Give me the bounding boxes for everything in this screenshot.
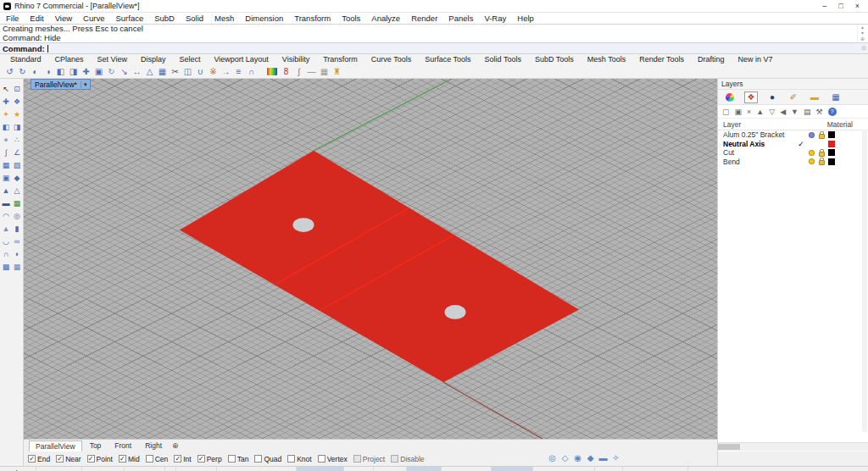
- curve-tool-icon[interactable]: ∫: [1, 146, 12, 158]
- sphere-tool-icon[interactable]: ●: [1, 133, 12, 146]
- unlock-tool-icon[interactable]: ◨: [12, 120, 23, 133]
- zoom-selected-icon[interactable]: ◇: [559, 452, 570, 463]
- bracket-surface[interactable]: [180, 151, 579, 382]
- show-all-icon[interactable]: ★: [12, 108, 23, 120]
- move-tool-icon[interactable]: ✚: [1, 95, 12, 108]
- layer-row-bend[interactable]: Bend: [718, 158, 868, 167]
- swap-hide-icon[interactable]: ✦: [1, 108, 12, 120]
- osnap-quad[interactable]: Quad: [254, 455, 281, 463]
- toolbar-tab-viewport-layout[interactable]: Viewport Layout: [207, 55, 275, 64]
- arc-tool-icon[interactable]: ◠: [1, 209, 12, 222]
- lock-objects-icon[interactable]: ◧: [54, 66, 67, 77]
- fillet-icon[interactable]: ∩: [245, 66, 258, 77]
- extend-icon[interactable]: →: [220, 66, 232, 77]
- status-y-2-064[interactable]: y -2.064: [82, 467, 125, 471]
- rotate-icon[interactable]: ↻: [105, 66, 118, 77]
- menu-panels[interactable]: Panels: [448, 14, 473, 23]
- layer-color-swatch[interactable]: [828, 141, 835, 147]
- find-layer-icon[interactable]: ▤: [804, 107, 811, 117]
- menu-mesh[interactable]: Mesh: [214, 14, 234, 23]
- layout-icon[interactable]: ♜: [331, 66, 343, 77]
- layers-tab-icon[interactable]: ❖: [744, 91, 758, 103]
- menu-tools[interactable]: Tools: [342, 14, 360, 23]
- toolbar-tab-render-tools[interactable]: Render Tools: [632, 55, 691, 64]
- menu-help[interactable]: Help: [517, 14, 534, 23]
- hatch-icon[interactable]: ▦: [318, 66, 331, 77]
- toolbar-tab-surface-tools[interactable]: Surface Tools: [418, 55, 477, 64]
- status-ortho[interactable]: Ortho: [344, 467, 375, 471]
- viewport-tab-top[interactable]: Top: [84, 441, 108, 451]
- menu-solid[interactable]: Solid: [186, 14, 203, 23]
- menu-transform[interactable]: Transform: [294, 14, 331, 23]
- redo-icon[interactable]: ↻: [16, 66, 29, 77]
- checkbox-mid[interactable]: ✓: [119, 455, 126, 463]
- surface-tool-icon[interactable]: ▦: [1, 158, 12, 171]
- twist-tool-icon[interactable]: ∞: [12, 235, 23, 247]
- toolbar-tab-drafting[interactable]: Drafting: [691, 55, 732, 64]
- pyramid-tool-icon[interactable]: △: [12, 184, 23, 197]
- viewport-tab-right[interactable]: Right: [139, 441, 168, 451]
- menu-edit[interactable]: Edit: [30, 14, 43, 23]
- copy-icon[interactable]: ▣: [92, 66, 105, 77]
- new-layer-icon[interactable]: ▢: [722, 107, 730, 117]
- mesh-plane-icon[interactable]: ▦: [12, 260, 23, 273]
- display-tab-icon[interactable]: ●: [765, 91, 779, 103]
- help-tab-icon[interactable]: ✐: [787, 91, 800, 103]
- menu-v-ray[interactable]: V-Ray: [484, 14, 506, 23]
- checkbox-int[interactable]: ✓: [174, 455, 181, 463]
- undo-icon[interactable]: ↺: [3, 66, 16, 77]
- dome-tool-icon[interactable]: ◗: [12, 247, 23, 260]
- command-options-icon[interactable]: ⊙: [861, 45, 866, 52]
- checkbox-cen[interactable]: [146, 455, 153, 463]
- polyline-tool-icon[interactable]: ∠: [12, 146, 23, 158]
- checkbox-tan[interactable]: [228, 455, 236, 463]
- toolbar-tab-subd-tools[interactable]: SubD Tools: [528, 55, 581, 64]
- help-icon[interactable]: ?: [828, 108, 837, 116]
- menu-dimension[interactable]: Dimension: [245, 14, 283, 23]
- layer-row-cut[interactable]: Cut: [718, 148, 868, 158]
- rotate-view-icon[interactable]: ◆: [585, 452, 596, 463]
- status-inches[interactable]: Inches: [176, 467, 217, 471]
- named-views-tab-icon[interactable]: ▦: [829, 91, 843, 103]
- terrain-tool-icon[interactable]: ▦: [12, 197, 23, 209]
- status-planar[interactable]: Planar: [374, 467, 407, 471]
- checkbox-perp[interactable]: ✓: [198, 455, 205, 463]
- flow-tool-icon[interactable]: ∩: [1, 247, 12, 260]
- menu-surface[interactable]: Surface: [115, 14, 143, 23]
- viewport-title-tab[interactable]: ParallelView* ▾: [31, 79, 91, 90]
- raytrace-icon[interactable]: 8: [280, 66, 292, 77]
- toolbar-tab-cplanes[interactable]: CPlanes: [48, 55, 91, 64]
- status-blank[interactable]: [165, 467, 176, 471]
- osnap-tan[interactable]: Tan: [228, 455, 249, 463]
- mesh-tool-icon[interactable]: ▧: [12, 158, 23, 171]
- scale-icon[interactable]: ↘: [118, 66, 131, 77]
- toolbar-tab-standard[interactable]: Standard: [3, 55, 48, 64]
- close-button[interactable]: ×: [855, 2, 860, 10]
- curvature-graph-icon[interactable]: ∫: [292, 66, 305, 77]
- checkbox-quad[interactable]: [254, 455, 262, 463]
- split-icon[interactable]: ◫: [181, 66, 194, 77]
- explode-icon[interactable]: ※: [207, 66, 220, 77]
- scroll-up-icon[interactable]: ▴: [861, 25, 864, 30]
- layer-row-alum-0-25-bracket[interactable]: Alum 0.25" Bracket: [718, 130, 868, 140]
- add-viewport-tab-icon[interactable]: ⊕: [172, 441, 179, 450]
- toolbar-tab-mesh-tools[interactable]: Mesh Tools: [581, 55, 632, 64]
- box-tool-icon[interactable]: ▣: [1, 171, 12, 184]
- array-icon[interactable]: ▦: [156, 66, 169, 77]
- slab-tool-icon[interactable]: ▬: [1, 197, 12, 209]
- move-icon[interactable]: ✚: [80, 66, 92, 77]
- checkbox-point[interactable]: ✓: [87, 455, 95, 463]
- status-neutral-axis[interactable]: Neutral Axis: [217, 467, 297, 471]
- hatch-grid-icon[interactable]: ▩: [1, 260, 12, 273]
- status-record-history[interactable]: Record History: [533, 467, 595, 471]
- status-cpu-use-1-9[interactable]: CPU use: 1.9 %: [623, 467, 688, 471]
- points-tool-icon[interactable]: ∴: [12, 133, 23, 146]
- checkbox-near[interactable]: ✓: [56, 455, 64, 463]
- status-z[interactable]: z: [125, 467, 165, 471]
- toolbar-tab-display[interactable]: Display: [134, 55, 173, 64]
- toolbar-tab-set-view[interactable]: Set View: [91, 55, 134, 64]
- filter-icon[interactable]: ▼: [791, 107, 798, 117]
- trim-icon[interactable]: ✂: [169, 66, 181, 77]
- scroll-down-icon[interactable]: ▾: [861, 30, 864, 36]
- bend-tool-icon[interactable]: ◡: [1, 235, 12, 247]
